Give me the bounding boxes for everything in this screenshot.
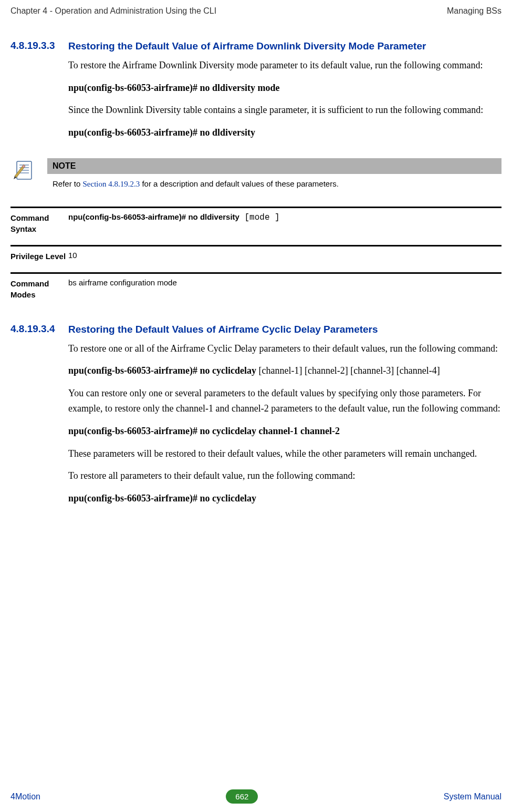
def-row-command-syntax: Command Syntax npu(config-bs-66053-airfr… bbox=[11, 207, 501, 245]
def-value: 10 bbox=[68, 251, 501, 262]
def-value: npu(config-bs-66053-airframe)# no dldive… bbox=[68, 212, 501, 234]
section-number: 4.8.19.3.3 bbox=[11, 40, 68, 52]
footer-right: System Manual bbox=[444, 792, 501, 801]
section-body: Restoring the Default Value of Airframe … bbox=[68, 40, 501, 148]
def-label: Privilege Level bbox=[11, 251, 68, 262]
header-right: Managing BSs bbox=[447, 6, 501, 16]
def-label: Command Modes bbox=[11, 278, 68, 300]
header-left: Chapter 4 - Operation and Administration… bbox=[11, 6, 216, 16]
command-line: npu(config-bs-66053-airframe)# no cyclic… bbox=[68, 363, 501, 378]
def-row-privilege-level: Privilege Level 10 bbox=[11, 245, 501, 272]
note-text-prefix: Refer to bbox=[53, 179, 83, 188]
command-line: npu(config-bs-66053-airframe)# no cyclic… bbox=[68, 491, 501, 506]
def-value: bs airframe configuration mode bbox=[68, 278, 501, 300]
paragraph: To restore the Airframe Downlink Diversi… bbox=[68, 58, 501, 73]
paragraph: Since the Downlink Diversity table conta… bbox=[68, 102, 501, 118]
note-link[interactable]: Section 4.8.19.2.3 bbox=[83, 180, 140, 188]
paragraph: To restore all parameters to their defau… bbox=[68, 468, 501, 484]
command-params: [channel-1] [channel-2] [channel-3] [cha… bbox=[256, 365, 440, 376]
note-body: Refer to Section 4.8.19.2.3 for a descri… bbox=[47, 174, 501, 192]
note-icon-cell bbox=[11, 158, 47, 192]
def-row-command-modes: Command Modes bs airframe configuration … bbox=[11, 272, 501, 311]
page-header: Chapter 4 - Operation and Administration… bbox=[0, 0, 512, 19]
section-4-8-19-3-4: 4.8.19.3.4 Restoring the Default Values … bbox=[11, 323, 501, 513]
def-label: Command Syntax bbox=[11, 212, 68, 234]
footer-left: 4Motion bbox=[11, 792, 40, 801]
section-num-col: 4.8.19.3.3 bbox=[11, 40, 68, 148]
command-line: npu(config-bs-66053-airframe)# no dldive… bbox=[68, 125, 501, 140]
paragraph: These parameters will be restored to the… bbox=[68, 446, 501, 461]
page-number: 662 bbox=[226, 789, 258, 804]
page-footer: 4Motion 662 System Manual bbox=[0, 789, 512, 804]
paragraph: To restore one or all of the Airframe Cy… bbox=[68, 341, 501, 356]
note-right: NOTE Refer to Section 4.8.19.2.3 for a d… bbox=[47, 158, 501, 192]
command-line: npu(config-bs-66053-airframe)# no cyclic… bbox=[68, 424, 501, 439]
command-syntax-bold: npu(config-bs-66053-airframe)# no dldive… bbox=[68, 212, 239, 221]
note-text-suffix: for a description and default values of … bbox=[140, 179, 339, 188]
definition-table: Command Syntax npu(config-bs-66053-airfr… bbox=[11, 207, 501, 311]
paragraph: You can restore only one or several para… bbox=[68, 386, 501, 416]
section-number: 4.8.19.3.4 bbox=[11, 323, 68, 335]
note-block: NOTE Refer to Section 4.8.19.2.3 for a d… bbox=[11, 158, 501, 192]
section-title: Restoring the Default Value of Airframe … bbox=[68, 40, 501, 53]
command-syntax-mono: [mode ] bbox=[239, 213, 280, 222]
section-num-col: 4.8.19.3.4 bbox=[11, 323, 68, 513]
section-body: Restoring the Default Values of Airframe… bbox=[68, 323, 501, 513]
page-content: 4.8.19.3.3 Restoring the Default Value o… bbox=[0, 19, 512, 513]
section-title: Restoring the Default Values of Airframe… bbox=[68, 323, 501, 336]
note-header: NOTE bbox=[47, 158, 501, 174]
note-icon bbox=[13, 159, 35, 181]
command-bold: npu(config-bs-66053-airframe)# no cyclic… bbox=[68, 365, 256, 376]
section-4-8-19-3-3: 4.8.19.3.3 Restoring the Default Value o… bbox=[11, 40, 501, 148]
command-line: npu(config-bs-66053-airframe)# no dldive… bbox=[68, 80, 501, 96]
